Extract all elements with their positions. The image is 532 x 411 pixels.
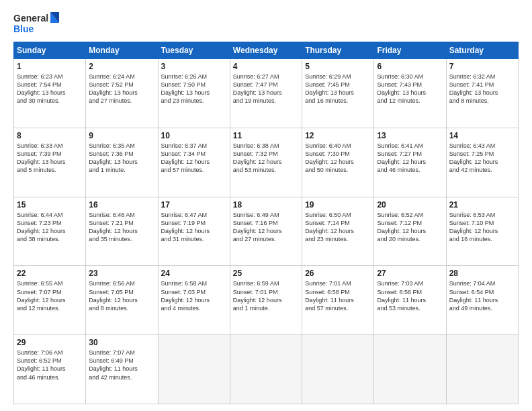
day-info: Sunrise: 6:35 AM Sunset: 7:36 PM Dayligh… — [89, 142, 154, 175]
calendar-cell: 19Sunrise: 6:50 AM Sunset: 7:14 PM Dayli… — [302, 197, 374, 266]
day-header-wednesday: Wednesday — [230, 42, 302, 59]
day-number: 21 — [449, 200, 515, 210]
day-info: Sunrise: 6:38 AM Sunset: 7:32 PM Dayligh… — [233, 142, 299, 175]
header: GeneralBlue — [13, 11, 519, 36]
day-number: 27 — [377, 269, 443, 278]
day-info: Sunrise: 6:52 AM Sunset: 7:12 PM Dayligh… — [377, 211, 443, 244]
calendar-body: 1Sunrise: 6:23 AM Sunset: 7:54 PM Daylig… — [14, 59, 519, 404]
day-info: Sunrise: 6:43 AM Sunset: 7:25 PM Dayligh… — [449, 142, 515, 175]
calendar-header: SundayMondayTuesdayWednesdayThursdayFrid… — [14, 42, 519, 59]
page: GeneralBlue SundayMondayTuesdayWednesday… — [0, 0, 532, 411]
day-number: 8 — [17, 131, 83, 140]
day-header-thursday: Thursday — [302, 42, 374, 59]
day-info: Sunrise: 6:32 AM Sunset: 7:41 PM Dayligh… — [449, 73, 515, 105]
day-number: 24 — [161, 269, 227, 278]
day-number: 26 — [305, 269, 371, 278]
day-number: 17 — [161, 200, 227, 210]
calendar-week-row: 8Sunrise: 6:33 AM Sunset: 7:39 PM Daylig… — [14, 128, 519, 197]
day-number: 18 — [233, 200, 299, 210]
day-number: 2 — [89, 62, 154, 71]
day-number: 14 — [449, 131, 515, 140]
day-number: 5 — [305, 62, 371, 71]
day-info: Sunrise: 6:29 AM Sunset: 7:45 PM Dayligh… — [305, 73, 371, 105]
day-number: 30 — [89, 338, 154, 347]
calendar-cell: 22Sunrise: 6:55 AM Sunset: 7:07 PM Dayli… — [14, 266, 86, 335]
day-info: Sunrise: 6:24 AM Sunset: 7:52 PM Dayligh… — [89, 73, 154, 105]
calendar-cell — [302, 335, 374, 404]
day-info: Sunrise: 6:23 AM Sunset: 7:54 PM Dayligh… — [17, 73, 83, 105]
calendar-cell: 11Sunrise: 6:38 AM Sunset: 7:32 PM Dayli… — [230, 128, 302, 197]
day-number: 9 — [89, 131, 154, 140]
calendar-week-row: 1Sunrise: 6:23 AM Sunset: 7:54 PM Daylig… — [14, 59, 519, 128]
calendar-cell: 2Sunrise: 6:24 AM Sunset: 7:52 PM Daylig… — [86, 59, 158, 128]
day-info: Sunrise: 6:30 AM Sunset: 7:43 PM Dayligh… — [377, 73, 443, 105]
calendar-table: SundayMondayTuesdayWednesdayThursdayFrid… — [13, 42, 519, 404]
calendar-cell: 3Sunrise: 6:26 AM Sunset: 7:50 PM Daylig… — [158, 59, 230, 128]
day-number: 7 — [449, 62, 515, 71]
day-info: Sunrise: 6:53 AM Sunset: 7:10 PM Dayligh… — [449, 211, 515, 244]
calendar-cell: 5Sunrise: 6:29 AM Sunset: 7:45 PM Daylig… — [302, 59, 374, 128]
day-number: 20 — [377, 200, 443, 210]
calendar-cell: 1Sunrise: 6:23 AM Sunset: 7:54 PM Daylig… — [14, 59, 86, 128]
day-info: Sunrise: 6:59 AM Sunset: 7:01 PM Dayligh… — [233, 279, 299, 312]
calendar-cell: 15Sunrise: 6:44 AM Sunset: 7:23 PM Dayli… — [14, 197, 86, 266]
days-header-row: SundayMondayTuesdayWednesdayThursdayFrid… — [14, 42, 519, 59]
calendar-cell — [374, 335, 446, 404]
day-number: 19 — [305, 200, 371, 210]
day-info: Sunrise: 7:06 AM Sunset: 6:52 PM Dayligh… — [17, 349, 83, 381]
day-info: Sunrise: 6:49 AM Sunset: 7:16 PM Dayligh… — [233, 211, 299, 244]
day-info: Sunrise: 6:58 AM Sunset: 7:03 PM Dayligh… — [161, 279, 227, 312]
day-number: 22 — [17, 269, 83, 278]
logo-svg: GeneralBlue — [13, 11, 60, 36]
calendar-cell: 6Sunrise: 6:30 AM Sunset: 7:43 PM Daylig… — [374, 59, 446, 128]
day-info: Sunrise: 6:40 AM Sunset: 7:30 PM Dayligh… — [305, 142, 371, 175]
day-info: Sunrise: 7:04 AM Sunset: 6:54 PM Dayligh… — [449, 279, 515, 312]
calendar-cell: 16Sunrise: 6:46 AM Sunset: 7:21 PM Dayli… — [86, 197, 158, 266]
day-number: 25 — [233, 269, 299, 278]
calendar-cell: 7Sunrise: 6:32 AM Sunset: 7:41 PM Daylig… — [446, 59, 518, 128]
calendar-cell — [446, 335, 518, 404]
day-header-friday: Friday — [374, 42, 446, 59]
calendar-cell: 13Sunrise: 6:41 AM Sunset: 7:27 PM Dayli… — [374, 128, 446, 197]
day-info: Sunrise: 7:07 AM Sunset: 6:49 PM Dayligh… — [89, 349, 154, 381]
calendar-cell — [230, 335, 302, 404]
calendar-cell — [158, 335, 230, 404]
calendar-cell: 29Sunrise: 7:06 AM Sunset: 6:52 PM Dayli… — [14, 335, 86, 404]
day-number: 4 — [233, 62, 299, 71]
calendar-cell: 25Sunrise: 6:59 AM Sunset: 7:01 PM Dayli… — [230, 266, 302, 335]
calendar-cell: 9Sunrise: 6:35 AM Sunset: 7:36 PM Daylig… — [86, 128, 158, 197]
calendar-cell: 23Sunrise: 6:56 AM Sunset: 7:05 PM Dayli… — [86, 266, 158, 335]
day-number: 10 — [161, 131, 227, 140]
day-number: 11 — [233, 131, 299, 140]
day-header-tuesday: Tuesday — [158, 42, 230, 59]
day-info: Sunrise: 6:56 AM Sunset: 7:05 PM Dayligh… — [89, 279, 154, 312]
day-info: Sunrise: 7:01 AM Sunset: 6:58 PM Dayligh… — [305, 279, 371, 312]
day-info: Sunrise: 6:26 AM Sunset: 7:50 PM Dayligh… — [161, 73, 227, 105]
calendar-cell: 27Sunrise: 7:03 AM Sunset: 6:56 PM Dayli… — [374, 266, 446, 335]
day-header-sunday: Sunday — [14, 42, 86, 59]
day-info: Sunrise: 6:44 AM Sunset: 7:23 PM Dayligh… — [17, 211, 83, 244]
day-info: Sunrise: 7:03 AM Sunset: 6:56 PM Dayligh… — [377, 279, 443, 312]
calendar-cell: 8Sunrise: 6:33 AM Sunset: 7:39 PM Daylig… — [14, 128, 86, 197]
day-info: Sunrise: 6:55 AM Sunset: 7:07 PM Dayligh… — [17, 279, 83, 312]
day-info: Sunrise: 6:47 AM Sunset: 7:19 PM Dayligh… — [161, 211, 227, 244]
day-header-saturday: Saturday — [446, 42, 518, 59]
calendar-week-row: 29Sunrise: 7:06 AM Sunset: 6:52 PM Dayli… — [14, 335, 519, 404]
calendar-cell: 18Sunrise: 6:49 AM Sunset: 7:16 PM Dayli… — [230, 197, 302, 266]
day-header-monday: Monday — [86, 42, 158, 59]
calendar-cell: 14Sunrise: 6:43 AM Sunset: 7:25 PM Dayli… — [446, 128, 518, 197]
calendar-cell: 4Sunrise: 6:27 AM Sunset: 7:47 PM Daylig… — [230, 59, 302, 128]
calendar-cell: 20Sunrise: 6:52 AM Sunset: 7:12 PM Dayli… — [374, 197, 446, 266]
calendar-cell: 28Sunrise: 7:04 AM Sunset: 6:54 PM Dayli… — [446, 266, 518, 335]
day-number: 1 — [17, 62, 83, 71]
svg-text:General: General — [13, 13, 48, 24]
day-number: 16 — [89, 200, 154, 210]
calendar-cell: 10Sunrise: 6:37 AM Sunset: 7:34 PM Dayli… — [158, 128, 230, 197]
calendar-cell: 26Sunrise: 7:01 AM Sunset: 6:58 PM Dayli… — [302, 266, 374, 335]
day-info: Sunrise: 6:33 AM Sunset: 7:39 PM Dayligh… — [17, 142, 83, 175]
svg-text:Blue: Blue — [13, 24, 34, 34]
day-number: 29 — [17, 338, 83, 347]
day-info: Sunrise: 6:41 AM Sunset: 7:27 PM Dayligh… — [377, 142, 443, 175]
day-number: 28 — [449, 269, 515, 278]
day-number: 6 — [377, 62, 443, 71]
